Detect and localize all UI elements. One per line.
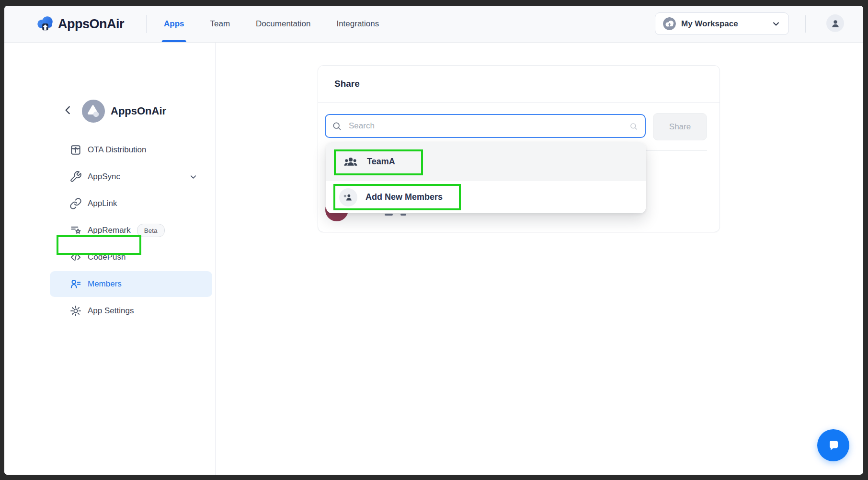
applink-chain-icon — [69, 197, 82, 210]
chat-bubble-icon — [825, 437, 842, 454]
sidebar-item-label: App Settings — [88, 306, 134, 316]
share-card-title: Share — [334, 66, 360, 102]
sidebar-item-appremark[interactable]: AppRemark Beta — [50, 217, 212, 244]
header-divider — [805, 15, 806, 33]
workspace-label: My Workspace — [681, 19, 738, 29]
app-avatar — [82, 100, 105, 123]
tab-team[interactable]: Team — [210, 6, 230, 42]
chat-widget-button[interactable] — [817, 429, 849, 461]
team-group-icon — [343, 154, 359, 170]
share-search — [325, 114, 646, 138]
app-name: AppsOnAir — [111, 100, 166, 123]
search-suggestions-dropdown: TeamA Add New Members — [326, 142, 646, 213]
tab-apps[interactable]: Apps — [164, 6, 184, 42]
app-sidebar: AppsOnAir OTA Distribution — [4, 43, 216, 475]
sidebar-item-app-settings[interactable]: App Settings — [50, 297, 212, 324]
sidebar-item-label: CodePush — [88, 252, 126, 262]
user-avatar-icon[interactable] — [826, 14, 844, 32]
dropdown-option-add-new-members[interactable]: Add New Members — [326, 181, 646, 213]
sidebar-item-ota-distribution[interactable]: OTA Distribution — [50, 137, 212, 163]
sidebar-item-label: AppSync — [88, 172, 120, 182]
chevron-down-icon[interactable] — [189, 172, 198, 182]
search-input[interactable] — [325, 114, 646, 138]
sidebar-item-label: AppRemark — [88, 226, 131, 235]
codepush-icon — [69, 251, 82, 263]
chevron-left-icon[interactable] — [62, 104, 74, 116]
dropdown-option-label: Add New Members — [365, 192, 443, 202]
tab-integrations[interactable]: Integrations — [336, 6, 379, 42]
appsync-wrench-icon — [69, 171, 82, 183]
gear-icon — [69, 305, 82, 317]
sidebar-item-codepush[interactable]: CodePush — [50, 244, 212, 271]
beta-badge: Beta — [137, 224, 165, 237]
dropdown-option-teama[interactable]: TeamA — [326, 142, 646, 181]
header-divider — [146, 15, 147, 33]
top-navigation-bar: AppsOnAir Apps Team Documentation Integr… — [4, 6, 863, 43]
share-card: Share Share — [318, 65, 720, 232]
obscured-member-row-fragment — [385, 214, 393, 216]
workspace-selector[interactable]: My Workspace — [655, 12, 789, 35]
sidebar-item-applink[interactable]: AppLink — [50, 190, 212, 217]
sidebar-item-appsync[interactable]: AppSync — [50, 163, 212, 190]
sidebar-item-members[interactable]: Members — [50, 271, 212, 297]
sidebar-menu: OTA Distribution AppSync — [4, 137, 215, 324]
workspace-cloud-icon — [663, 17, 676, 30]
obscured-member-row-fragment — [400, 214, 406, 216]
tab-documentation[interactable]: Documentation — [256, 6, 310, 42]
chevron-down-icon — [771, 19, 781, 29]
appremark-star-icon — [69, 224, 82, 237]
ota-distribution-icon — [69, 144, 82, 156]
sidebar-item-label: Members — [88, 279, 122, 289]
sidebar-item-label: OTA Distribution — [88, 145, 147, 155]
primary-nav: Apps Team Documentation Integrations — [164, 6, 379, 42]
sidebar-item-label: AppLink — [88, 199, 117, 208]
appsonair-logo-icon[interactable] — [35, 14, 55, 34]
brand-title: AppsOnAir — [58, 6, 124, 42]
app-window: AppsOnAir Apps Team Documentation Integr… — [4, 6, 863, 475]
share-button[interactable]: Share — [653, 113, 707, 140]
members-icon — [69, 278, 82, 290]
dropdown-option-label: TeamA — [367, 157, 395, 167]
person-plus-icon — [339, 188, 357, 206]
card-divider — [318, 102, 720, 103]
